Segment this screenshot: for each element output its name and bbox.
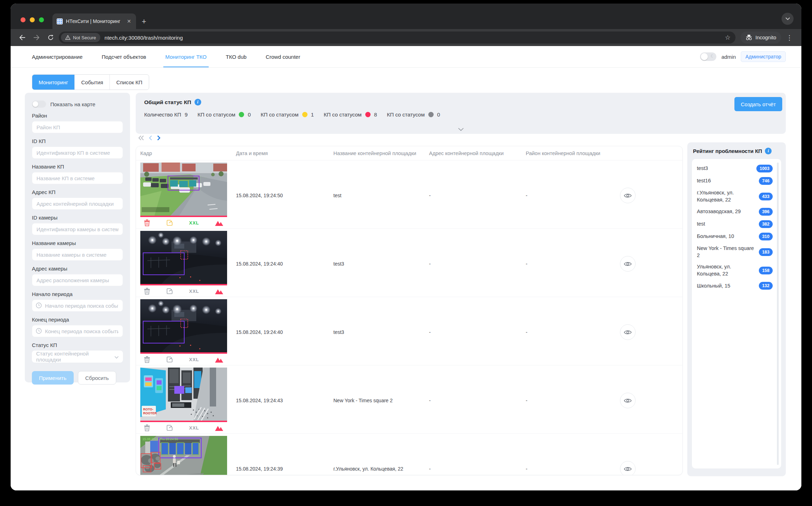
rating-count-badge: 310 [759,233,773,240]
period-start-input[interactable] [32,300,123,312]
kp-name-input[interactable] [32,172,123,184]
rating-name: test3 [697,165,756,172]
address-bar[interactable]: Not Secure ntech.city:30080/trash/monito… [59,32,735,44]
delete-icon[interactable] [144,424,150,431]
xxl-size-button[interactable]: XXL [189,425,199,431]
rating-item[interactable]: г.Ульяновск, ул. Кольцевая, 22433 [697,189,773,203]
image-preview-icon[interactable] [215,288,224,294]
forward-icon[interactable] [30,32,43,44]
period-end-input[interactable] [32,325,123,337]
refresh-icon[interactable] [45,32,57,44]
delete-icon[interactable] [144,288,150,295]
tab-kp-list[interactable]: Список КП [109,75,149,90]
kp-status-placeholder: Статус контейнерной площадки [36,351,114,363]
camera-address-input[interactable] [32,274,123,286]
collapse-chevron-icon[interactable] [458,126,464,132]
nav-item-tko-monitoring[interactable]: Мониторинг ТКО [165,46,207,67]
rating-name: г.Ульяновск, ул. Кольцевая, 22 [697,189,759,203]
dark-mode-toggle[interactable]: ☾ [700,52,716,61]
back-icon[interactable] [16,32,28,44]
apply-button[interactable]: Применить [32,371,74,385]
rating-item[interactable]: Автозаводская, 29396 [697,208,773,216]
district-input[interactable] [32,121,123,133]
row-kp-name: test3 [333,329,429,335]
nav-item-administration[interactable]: Администрирование [32,46,83,67]
chevron-down-icon [114,354,119,360]
kp-address-input[interactable] [32,198,123,210]
xxl-size-button[interactable]: XXL [189,357,199,362]
next-page-icon[interactable] [157,135,160,141]
create-report-button[interactable]: Создать отчёт [734,97,782,111]
camera-frame-thumbnail[interactable] [140,163,227,217]
delete-icon[interactable] [144,356,150,363]
camera-frame-thumbnail[interactable] [140,231,227,285]
header-frame: Кадр [140,150,236,156]
rating-name: New York - Times square 2 [697,245,759,259]
new-tab-button[interactable]: + [142,17,146,29]
zoom-window-button[interactable] [39,17,44,22]
xxl-size-button[interactable]: XXL [189,220,199,226]
view-details-button[interactable] [620,188,636,203]
camera-frame-thumbnail[interactable]: ROTO-ROOTER [140,368,227,422]
close-window-button[interactable] [21,17,26,22]
info-icon[interactable]: i [194,99,201,106]
warning-icon [65,35,71,40]
close-tab-icon[interactable]: ✕ [125,18,132,25]
image-preview-icon[interactable] [215,220,224,226]
kp-id-input[interactable] [32,147,123,159]
nav-item-object-counting[interactable]: Подсчет объектов [102,46,146,67]
eye-icon [624,193,632,198]
rating-count-badge: 132 [759,282,773,290]
clock-icon [36,302,42,308]
tab-monitoring[interactable]: Мониторинг [32,75,74,90]
xxl-size-button[interactable]: XXL [189,289,199,294]
rating-item[interactable]: Больничная, 10310 [697,233,773,240]
frame-actions: XXL [140,217,227,228]
minimize-window-button[interactable] [30,17,35,22]
header-kp-name: Название контейнерной площадки [333,150,429,156]
nav-item-crowd-counter[interactable]: Crowd counter [266,46,300,67]
view-details-button[interactable] [620,324,636,340]
camera-frame-thumbnail[interactable] [140,299,227,354]
rating-item[interactable]: test16746 [697,177,773,185]
camera-frame-thumbnail[interactable]: 15.08.2024 Thu 20:24:56 [140,436,227,475]
browser-menu-icon[interactable]: ⋮ [783,34,796,42]
image-preview-icon[interactable] [215,357,224,363]
moon-icon: ☾ [710,53,715,59]
prev-page-icon[interactable] [149,135,152,141]
image-preview-icon[interactable] [215,425,224,431]
view-details-button[interactable] [620,256,636,272]
reset-button[interactable]: Сбросить [78,371,117,385]
rating-item[interactable]: New York - Times square 2183 [697,245,773,259]
view-details-button[interactable] [620,461,636,475]
kp-status-select[interactable]: Статус контейнерной площадки [32,351,123,363]
tab-search-chevron-icon[interactable] [782,13,794,25]
export-icon[interactable] [166,356,173,363]
rating-item[interactable]: Школьный, 15132 [697,282,773,290]
camera-id-input[interactable] [32,223,123,235]
info-icon[interactable]: i [765,148,772,154]
rating-name: Больничная, 10 [697,233,759,240]
rating-name: Автозаводская, 29 [697,208,759,215]
bookmark-star-icon[interactable]: ☆ [725,34,731,41]
status-label: КП со статусом [198,112,236,118]
not-secure-badge[interactable]: Not Secure [61,33,100,42]
show-on-map-toggle[interactable] [32,101,46,108]
rating-item[interactable]: Ульяновск, ул. Кольцева, 22158 [697,263,773,277]
role-badge[interactable]: Администратор [741,51,786,62]
camera-name-input[interactable] [32,249,123,261]
rating-item[interactable]: test31003 [697,165,773,172]
frame-status-underline [140,352,227,354]
export-icon[interactable] [166,288,173,295]
view-details-button[interactable] [620,393,636,408]
scrollbar-track[interactable] [777,163,779,465]
delete-icon[interactable] [144,219,150,226]
nav-item-tko-dub[interactable]: ТКО dub [226,46,247,67]
export-icon[interactable] [166,424,173,431]
first-page-icon[interactable] [138,135,144,141]
browser-tab[interactable]: НТехСити | Мониторинг ✕ [52,13,136,29]
rating-item[interactable]: test382 [697,220,773,228]
tab-events[interactable]: События [74,75,109,90]
rating-name: test [697,221,759,228]
export-icon[interactable] [166,219,173,226]
